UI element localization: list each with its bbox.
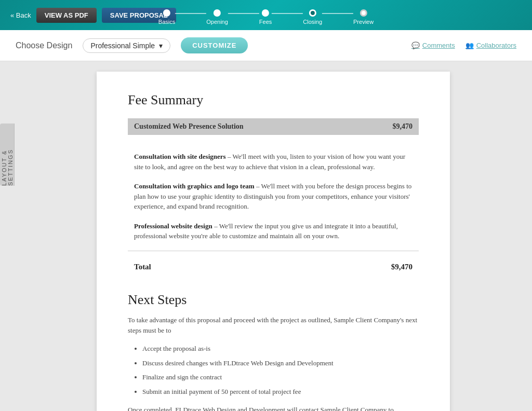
step-fees[interactable]: Fees [259,9,272,25]
total-row: Total $9,470 [128,257,419,277]
total-value: $9,470 [391,263,413,271]
fee-table: Customized Web Presence Solution $9,470 [128,118,419,135]
content-wrapper: Fee Summary Customized Web Presence Solu… [15,61,532,411]
package-price-cell: $9,470 [357,118,419,135]
step-connector-2 [228,13,259,14]
fee-item-3-title: Professional website design [134,222,212,230]
steps-list: Accept the proposal as-is Discuss desire… [128,344,419,396]
step-connector-4 [322,13,353,14]
list-item: Finalize and sign the contract [142,372,419,382]
comments-link[interactable]: 💬 Comments [411,42,455,49]
package-name-cell: Customized Web Presence Solution [128,118,357,135]
fee-table-header-row: Customized Web Presence Solution $9,470 [128,118,419,135]
top-bar: « Back VIEW AS PDF SAVE PROPOSAL Basics … [0,0,532,30]
fee-item-2: Consultation with graphics and logo team… [128,175,419,215]
list-item: Submit an initial payment of 50 percent … [142,387,419,397]
list-item: Accept the proposal as-is [142,344,419,354]
fee-item-1: Consultation with site designers – We'll… [128,145,419,175]
steps-container: Basics Opening Fees Closing Preview [158,5,374,25]
step-connector-3 [272,13,303,14]
step-basics[interactable]: Basics [158,9,175,25]
sub-header-right: 💬 Comments 👥 Collaborators [411,42,516,49]
main-area: LAYOUT & SETTINGS Fee Summary Customized… [0,61,532,411]
step-label-opening: Opening [206,19,228,25]
design-dropdown[interactable]: Professional Simple ▾ [83,38,170,53]
sub-header: Choose Design Professional Simple ▾ CUST… [0,30,532,61]
layout-settings-tab[interactable]: LAYOUT & SETTINGS [0,124,15,186]
top-bar-left: « Back VIEW AS PDF SAVE PROPOSAL [10,8,176,23]
document-page: Fee Summary Customized Web Presence Solu… [97,72,450,411]
step-label-preview: Preview [353,19,374,25]
comment-icon: 💬 [411,42,420,49]
collaborators-label: Collaborators [476,42,516,49]
fee-item-3: Professional website design – We'll revi… [128,215,419,244]
customize-button[interactable]: CUSTOMIZE [181,37,248,53]
fee-divider [128,251,419,251]
total-label: Total [134,263,151,271]
step-dot-basics [163,9,170,17]
sidebar-tab-label: LAYOUT & SETTINGS [1,124,14,186]
choose-design-title: Choose Design [16,41,72,50]
step-label-basics: Basics [158,19,175,25]
back-link[interactable]: « Back [10,11,31,19]
step-dot-opening [214,9,221,17]
fee-summary-heading: Fee Summary [128,92,419,108]
step-opening[interactable]: Opening [206,9,228,25]
comments-label: Comments [422,42,455,49]
step-connector-1 [175,13,206,14]
step-dot-preview [360,9,367,17]
step-closing[interactable]: Closing [303,9,322,25]
design-selected-label: Professional Simple [90,42,155,50]
next-steps-heading: Next Steps [128,292,419,308]
next-steps-outro1: Once completed, FLDtrace Web Design and … [128,405,419,411]
step-label-fees: Fees [259,19,272,25]
fee-item-2-title: Consultation with graphics and logo team [134,182,255,190]
fee-item-1-title: Consultation with site designers [134,153,226,160]
list-item: Discuss desired changes with FLDtrace We… [142,358,419,368]
progress-steps: Basics Opening Fees Closing Preview [158,5,374,25]
step-dot-fees [262,9,269,17]
step-preview[interactable]: Preview [353,9,374,25]
next-steps-intro: To take advantage of this proposal and p… [128,315,419,337]
collaborators-link[interactable]: 👥 Collaborators [466,42,516,49]
step-dot-closing [309,9,316,17]
view-pdf-button[interactable]: VIEW AS PDF [36,8,97,23]
step-label-closing: Closing [303,19,322,25]
dropdown-arrow-icon: ▾ [159,42,163,50]
collaborators-icon: 👥 [466,42,474,49]
